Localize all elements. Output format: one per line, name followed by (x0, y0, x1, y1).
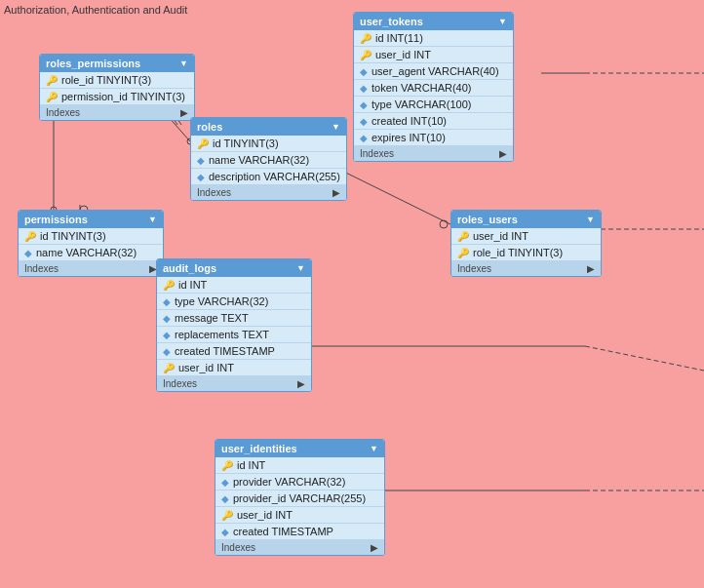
indexes-arrow[interactable]: ▶ (332, 187, 340, 198)
table-row: ◆ name VARCHAR(32) (19, 245, 163, 261)
indexes-arrow[interactable]: ▶ (297, 378, 305, 389)
diagram-title: Authorization, Authentication and Audit (4, 4, 187, 16)
key-icon: 🔑 (24, 231, 36, 242)
table-row: 🔑 id TINYINT(3) (19, 228, 163, 245)
table-row: ◆ created TIMESTAMP (157, 343, 311, 360)
field-text: id INT(11) (375, 32, 423, 44)
field-text: role_id TINYINT(3) (61, 74, 151, 86)
table-row: 🔑 user_id INT (451, 228, 601, 245)
diamond-icon: ◆ (197, 155, 205, 166)
table-footer-roles-users[interactable]: Indexes ▶ (451, 261, 601, 276)
field-text: user_id INT (237, 509, 293, 521)
dropdown-arrow-audit-logs[interactable]: ▼ (296, 263, 305, 273)
table-header-user-tokens[interactable]: user_tokens ▼ (354, 13, 513, 30)
indexes-label: Indexes (360, 148, 394, 159)
table-user-tokens: user_tokens ▼ 🔑 id INT(11) 🔑 user_id INT… (353, 12, 514, 162)
table-row: 🔑 id INT(11) (354, 30, 513, 47)
field-text: name VARCHAR(32) (209, 154, 309, 166)
indexes-arrow[interactable]: ▶ (180, 107, 188, 118)
field-text: id TINYINT(3) (40, 230, 106, 242)
diamond-icon: ◆ (360, 83, 368, 94)
field-text: provider_id VARCHAR(255) (233, 492, 366, 504)
field-text: user_id INT (473, 230, 528, 242)
table-header-roles[interactable]: roles ▼ (191, 118, 346, 136)
table-row: ◆ created INT(10) (354, 113, 513, 130)
indexes-label: Indexes (24, 263, 59, 274)
field-text: permission_id TINYINT(3) (61, 91, 185, 102)
fk-icon: 🔑 (221, 510, 233, 521)
indexes-label: Indexes (46, 107, 80, 118)
diamond-icon: ◆ (163, 346, 171, 357)
table-row: ◆ provider_id VARCHAR(255) (215, 490, 384, 507)
table-row: ◆ provider VARCHAR(32) (215, 474, 384, 490)
field-text: role_id TINYINT(3) (473, 247, 563, 258)
key-icon: 🔑 (46, 92, 58, 102)
dropdown-arrow-roles-users[interactable]: ▼ (586, 215, 595, 224)
field-text: type VARCHAR(32) (175, 295, 268, 307)
table-row: ◆ created TIMESTAMP (215, 524, 384, 540)
table-row: 🔑 role_id TINYINT(3) (451, 245, 601, 261)
indexes-label: Indexes (163, 378, 197, 389)
diamond-icon: ◆ (221, 477, 229, 488)
diamond-icon: ◆ (360, 99, 368, 110)
table-row: 🔑 permission_id TINYINT(3) (40, 89, 194, 105)
field-text: name VARCHAR(32) (36, 247, 137, 258)
table-row: 🔑 user_id INT (354, 47, 513, 63)
dropdown-arrow-permissions[interactable]: ▼ (148, 215, 157, 224)
field-text: token VARCHAR(40) (372, 82, 472, 94)
field-text: user_id INT (375, 49, 431, 60)
field-text: replacements TEXT (175, 329, 269, 340)
table-audit-logs: audit_logs ▼ 🔑 id INT ◆ type VARCHAR(32)… (156, 258, 312, 392)
table-footer-roles-permissions[interactable]: Indexes ▶ (40, 105, 194, 120)
field-text: created TIMESTAMP (233, 526, 333, 537)
diamond-icon: ◆ (163, 313, 171, 324)
field-text: type VARCHAR(100) (372, 98, 472, 110)
table-footer-user-tokens[interactable]: Indexes ▶ (354, 146, 513, 161)
table-header-permissions[interactable]: permissions ▼ (19, 211, 163, 228)
fk-icon: 🔑 (163, 363, 175, 373)
dropdown-arrow-roles[interactable]: ▼ (332, 122, 340, 132)
field-text: description VARCHAR(255) (209, 171, 340, 182)
field-text: message TEXT (175, 312, 249, 324)
fk-icon: 🔑 (457, 231, 469, 242)
table-name-roles-users: roles_users (457, 214, 518, 225)
dropdown-arrow-user-tokens[interactable]: ▼ (498, 17, 507, 26)
table-row: 🔑 role_id TINYINT(3) (40, 72, 194, 89)
table-row: ◆ name VARCHAR(32) (191, 152, 346, 169)
field-text: id INT (237, 459, 265, 471)
table-header-user-identities[interactable]: user_identities ▼ (215, 440, 384, 457)
dropdown-arrow-roles-permissions[interactable]: ▼ (179, 59, 188, 68)
table-footer-roles[interactable]: Indexes ▶ (191, 185, 346, 200)
table-row: 🔑 user_id INT (157, 360, 311, 376)
dropdown-arrow-user-identities[interactable]: ▼ (370, 444, 378, 453)
table-header-roles-users[interactable]: roles_users ▼ (451, 211, 601, 228)
diagram-area: Authorization, Authentication and Audit (0, 0, 704, 588)
field-text: user_id INT (178, 362, 234, 373)
field-text: created INT(10) (372, 115, 447, 127)
svg-line-10 (585, 346, 704, 371)
table-header-audit-logs[interactable]: audit_logs ▼ (157, 259, 311, 277)
table-footer-permissions[interactable]: Indexes ▶ (19, 261, 163, 276)
table-row: ◆ replacements TEXT (157, 327, 311, 343)
table-row: 🔑 user_id INT (215, 507, 384, 524)
table-user-identities: user_identities ▼ 🔑 id INT ◆ provider VA… (215, 439, 385, 556)
table-row: ◆ token VARCHAR(40) (354, 80, 513, 97)
table-roles: roles ▼ 🔑 id TINYINT(3) ◆ name VARCHAR(3… (190, 117, 347, 201)
table-header-roles-permissions[interactable]: roles_permissions ▼ (40, 55, 194, 72)
indexes-arrow[interactable]: ▶ (499, 148, 507, 159)
indexes-arrow[interactable]: ▶ (587, 263, 595, 274)
field-text: created TIMESTAMP (175, 345, 275, 357)
table-footer-audit-logs[interactable]: Indexes ▶ (157, 376, 311, 391)
table-footer-user-identities[interactable]: Indexes ▶ (215, 540, 384, 555)
key-icon: 🔑 (197, 138, 209, 149)
key-icon: 🔑 (360, 33, 372, 44)
table-row: ◆ type VARCHAR(32) (157, 294, 311, 310)
field-text: id TINYINT(3) (213, 137, 279, 149)
diamond-icon: ◆ (163, 330, 171, 340)
table-row: ◆ user_agent VARCHAR(40) (354, 63, 513, 80)
indexes-arrow[interactable]: ▶ (371, 542, 378, 553)
table-name-roles: roles (197, 121, 222, 133)
key-icon: 🔑 (457, 248, 469, 258)
indexes-label: Indexes (221, 542, 255, 553)
field-text: expires INT(10) (372, 132, 446, 143)
